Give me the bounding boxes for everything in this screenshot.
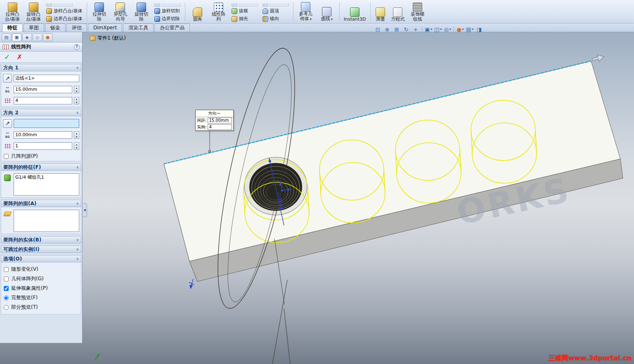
- callout-spacing-value[interactable]: 15.00mm: [208, 118, 232, 123]
- equations-button[interactable]: 方程式: [389, 0, 407, 22]
- threaded-hole-feature[interactable]: [244, 157, 307, 215]
- revolve-cut-button[interactable]: 旋转切 除: [132, 0, 151, 22]
- pan-icon[interactable]: +: [412, 26, 420, 33]
- tab-sketch[interactable]: 草图: [24, 24, 44, 32]
- main-area: 15.00mm ▤ ▣ ◈ ◇ ●: [0, 32, 634, 364]
- draft-icon: [232, 8, 237, 14]
- featuremanager-tree-tab[interactable]: ▤: [2, 33, 11, 41]
- spacing2-spinner[interactable]: ▲ ▼: [74, 131, 79, 139]
- chevron-down-icon: ∨: [76, 238, 79, 242]
- faces-list[interactable]: [14, 210, 79, 232]
- coordinate-triad-icon: [95, 354, 99, 360]
- view-orientation-icon[interactable]: ▣▾: [424, 26, 433, 33]
- fillet-button[interactable]: 圆角: [188, 0, 208, 22]
- boundary-boss-button[interactable]: 边界凸台/基体: [45, 15, 84, 22]
- direction1-edge-field[interactable]: 边线<1>: [14, 75, 79, 82]
- zoom-area-icon[interactable]: ⊕: [383, 26, 391, 33]
- loft-cut-button[interactable]: 放样切割: [153, 7, 182, 14]
- full-preview-radio[interactable]: [4, 295, 9, 300]
- instance-count1-field[interactable]: 4: [14, 97, 72, 104]
- mirror-button[interactable]: 镜向: [261, 15, 291, 22]
- curves-button[interactable]: 曲线▾: [317, 0, 337, 22]
- features-list[interactable]: G1/4 螺纹孔1: [14, 173, 79, 196]
- help-icon[interactable]: ?: [74, 44, 80, 50]
- section-header-options[interactable]: 选项(O) ∧: [1, 255, 81, 262]
- revolve-boss-button[interactable]: 旋转凸 台/基体: [24, 0, 43, 22]
- section-header-direction2[interactable]: 方向 2 ∧: [1, 109, 81, 116]
- toolbar-separator: [422, 26, 422, 33]
- spinner-up-icon: ▲: [74, 86, 79, 90]
- spacing1-field[interactable]: 15.00mm: [14, 86, 72, 93]
- spacing1-spinner[interactable]: ▲ ▼: [74, 86, 79, 93]
- section-header-features[interactable]: 要阵列的特征(F) ∧: [1, 163, 81, 171]
- geometry-pattern-option[interactable]: 几何体阵列(G): [4, 275, 78, 282]
- tab-dimxpert[interactable]: DimXpert: [88, 24, 122, 32]
- pattern-callout[interactable]: 方向一 间距: 15.00mm 实例: 4: [195, 110, 234, 131]
- apply-scene-icon[interactable]: ▤▾: [466, 26, 474, 33]
- direction1-arrow-icon[interactable]: [591, 53, 605, 62]
- vary-sketch-option[interactable]: 随形变化(V): [4, 266, 78, 273]
- display-style-icon[interactable]: ◫▾: [434, 26, 442, 33]
- boundary-cut-button[interactable]: 边界切除: [153, 15, 182, 22]
- full-preview-option[interactable]: 完整预览(F): [4, 294, 78, 301]
- rotate-view-icon[interactable]: ↻: [402, 26, 410, 33]
- tab-features[interactable]: 特征: [2, 24, 23, 32]
- extrude-cut-button[interactable]: 拉伸切 除: [90, 0, 109, 22]
- geometry-pattern-checkbox[interactable]: [4, 277, 9, 281]
- section-view-icon[interactable]: ◨: [475, 26, 483, 33]
- instance-count1-icon: [3, 96, 12, 105]
- count2-spinner[interactable]: ▲ ▼: [74, 142, 79, 150]
- section-header-skip[interactable]: 可跳过的实例(I) ∨: [1, 246, 81, 253]
- direction1-selector-icon[interactable]: ↗: [3, 74, 12, 83]
- boundary-boss-icon: [46, 16, 52, 22]
- propagate-visual-checkbox[interactable]: [4, 286, 9, 291]
- panel-collapse-handle[interactable]: ◀: [83, 203, 87, 217]
- tab-evaluate[interactable]: 评估: [66, 24, 87, 32]
- section-header-direction1[interactable]: 方向 1 ∧: [1, 64, 81, 71]
- hole-wizard-button[interactable]: 异型孔 向导: [111, 0, 130, 22]
- extrude-boss-button[interactable]: 拉伸凸 台/基体: [2, 0, 22, 22]
- direction2-edge-field[interactable]: [14, 119, 79, 128]
- cosmetic-thread-button[interactable]: 装饰螺 纹线: [408, 0, 428, 22]
- section-header-bodies[interactable]: 要阵列的实体(B) ∨: [1, 236, 81, 243]
- hide-show-items-icon[interactable]: ◎▾: [443, 26, 452, 33]
- instant3d-button[interactable]: Instant3D: [342, 0, 368, 22]
- tab-render-tools[interactable]: 渲染工具: [123, 24, 154, 32]
- mirror-icon: [263, 16, 268, 22]
- edit-appearance-icon[interactable]: ●▾: [456, 26, 464, 33]
- tab-sheet-metal[interactable]: 钣金: [45, 24, 66, 32]
- loft-boss-button[interactable]: 放样凸台/基体: [45, 7, 84, 14]
- partial-preview-radio[interactable]: [4, 305, 9, 310]
- count1-spinner[interactable]: ▲ ▼: [74, 97, 79, 104]
- pattern-seed-only-option[interactable]: 只阵列源(P): [4, 153, 78, 160]
- vary-sketch-checkbox[interactable]: [4, 267, 9, 272]
- spacing2-icon: ↔ D2: [3, 130, 12, 139]
- configuration-manager-tab[interactable]: ◈: [22, 33, 32, 41]
- display-manager-tab[interactable]: ●: [43, 33, 52, 41]
- propagate-visual-option[interactable]: 延伸视象属性(P): [4, 285, 78, 292]
- feature-tree-root[interactable]: 零件1 (默认): [90, 35, 126, 42]
- spacing2-field[interactable]: 10.00mm: [14, 131, 72, 139]
- instant3d-icon: [350, 7, 360, 17]
- draft-button[interactable]: 拔模: [230, 7, 260, 14]
- shell-button[interactable]: 抽壳: [230, 15, 260, 22]
- zoom-fit-icon[interactable]: ⊡: [374, 26, 382, 33]
- ok-button[interactable]: ✓: [4, 53, 10, 61]
- dimxpert-manager-tab[interactable]: ◇: [33, 33, 42, 41]
- partial-preview-option[interactable]: 部分预览(T): [4, 304, 78, 311]
- section-header-faces[interactable]: 要阵列的面(A) ∧: [1, 200, 81, 207]
- features-list-item[interactable]: G1/4 螺纹孔1: [15, 174, 78, 180]
- measure-button[interactable]: 测量: [373, 0, 388, 22]
- direction2-selector-icon[interactable]: ↗: [3, 119, 12, 128]
- tab-office-products[interactable]: 办公室产品: [154, 24, 190, 32]
- linear-pattern-button[interactable]: 线性阵 列: [209, 0, 229, 22]
- dome-button[interactable]: 圆顶: [261, 7, 291, 14]
- callout-count-value[interactable]: 4: [208, 124, 232, 130]
- reference-geometry-button[interactable]: 参考几 何体▾: [296, 0, 316, 22]
- property-manager-tab[interactable]: ▣: [12, 33, 21, 41]
- zoom-in-out-icon[interactable]: ⊞: [393, 26, 401, 33]
- cancel-button[interactable]: ✗: [17, 53, 22, 61]
- instance-count2-field[interactable]: 1: [14, 142, 72, 150]
- pattern-seed-only-checkbox[interactable]: [4, 154, 9, 159]
- dropdown-caret-icon: ▾: [331, 17, 333, 21]
